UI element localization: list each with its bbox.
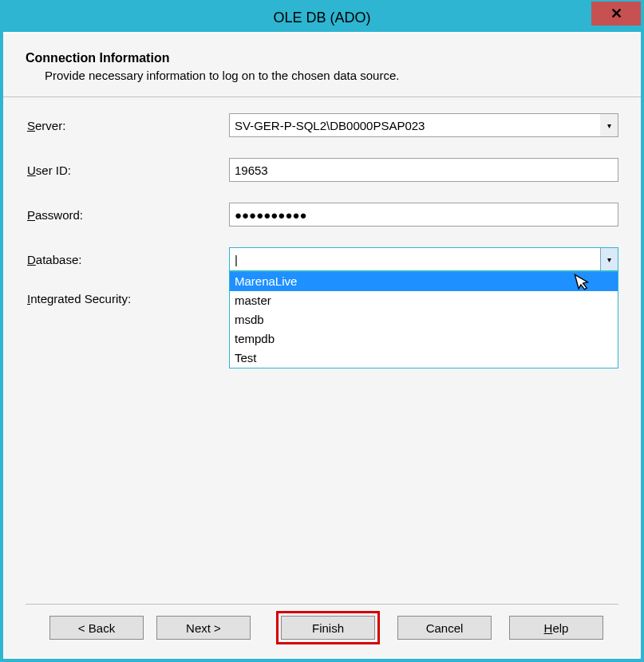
database-option[interactable]: Test: [230, 349, 618, 368]
window-title: OLE DB (ADO): [3, 10, 641, 26]
database-option[interactable]: msdb: [230, 310, 618, 329]
content-pane: Connection Information Provide necessary…: [3, 32, 641, 659]
label-server: Server:: [26, 119, 229, 132]
label-userid: User ID:: [26, 164, 229, 177]
finish-highlight: Finish: [276, 611, 380, 644]
form-area: Server: ▾ User ID: P: [26, 113, 618, 604]
row-userid: User ID:: [26, 158, 618, 182]
header-subtitle: Provide necessary information to log on …: [45, 69, 618, 82]
close-button[interactable]: ✕: [591, 2, 641, 26]
userid-input[interactable]: [229, 158, 618, 182]
next-button[interactable]: Next >: [156, 616, 251, 640]
label-password: Password:: [26, 208, 229, 222]
header-block: Connection Information Provide necessary…: [26, 51, 618, 82]
database-option[interactable]: master: [230, 291, 618, 310]
finish-button[interactable]: Finish: [281, 616, 375, 640]
cancel-button[interactable]: Cancel: [397, 616, 492, 640]
back-button[interactable]: < Back: [49, 616, 144, 640]
dialog-window: OLE DB (ADO) ✕ Connection Information Pr…: [0, 0, 644, 662]
database-option[interactable]: MarenaLive: [230, 272, 618, 291]
close-icon: ✕: [610, 5, 622, 22]
server-input[interactable]: [229, 113, 618, 137]
server-combo[interactable]: ▾: [229, 113, 618, 137]
titlebar: OLE DB (ADO) ✕: [3, 3, 641, 32]
button-bar: < Back Next > Finish Cancel Help: [26, 604, 618, 659]
row-database: Database: ▾ MarenaLive master msdb tempd…: [26, 247, 618, 271]
row-password: Password:: [26, 203, 618, 227]
database-option[interactable]: tempdb: [230, 329, 618, 349]
separator: [3, 97, 641, 97]
label-integrated: Integrated Security:: [26, 292, 229, 305]
chevron-down-icon[interactable]: ▾: [600, 248, 618, 270]
help-button[interactable]: Help: [509, 616, 603, 640]
chevron-down-icon[interactable]: ▾: [600, 114, 618, 136]
label-database: Database:: [26, 253, 229, 266]
header-title: Connection Information: [26, 51, 618, 65]
password-input[interactable]: [229, 203, 618, 227]
database-dropdown-list: MarenaLive master msdb tempdb Test: [229, 271, 618, 368]
row-server: Server: ▾: [26, 113, 618, 137]
database-input[interactable]: [229, 247, 618, 271]
database-combo[interactable]: ▾ MarenaLive master msdb tempdb Test: [229, 247, 618, 271]
